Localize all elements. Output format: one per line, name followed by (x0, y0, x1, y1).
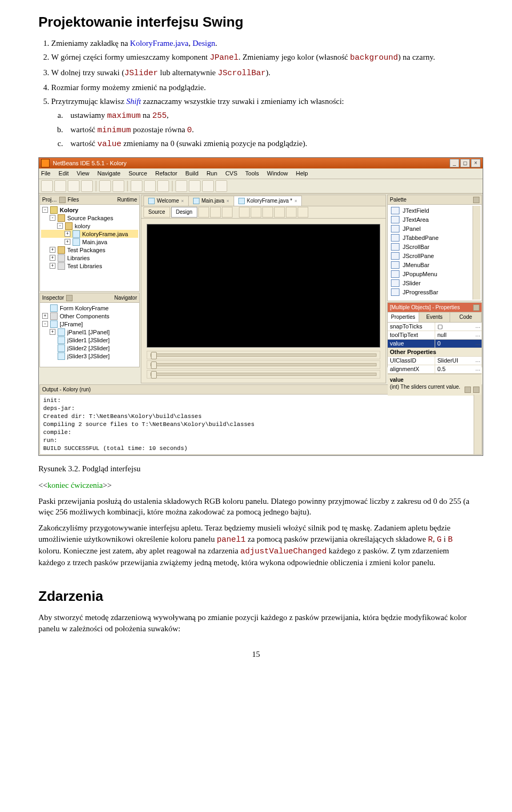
tree-node[interactable]: -kolory (41, 222, 138, 230)
align-icon[interactable] (274, 207, 285, 218)
scrollbar[interactable] (473, 206, 481, 300)
tree-node[interactable]: Form KoloryFrame (41, 304, 138, 312)
property-row[interactable]: UIClassIDSliderUI (388, 357, 482, 365)
twisty-icon[interactable]: + (42, 313, 48, 319)
menu-tools[interactable]: Tools (245, 170, 259, 176)
property-value[interactable]: 0.5 (435, 365, 482, 373)
design-button[interactable]: Design (171, 207, 197, 218)
palette-list[interactable]: JTextFieldJTextAreaJPanelJTabbedPaneJScr… (388, 205, 482, 301)
property-row[interactable]: Other Properties (388, 348, 482, 357)
palette-item[interactable]: JSlider (389, 278, 473, 287)
design-tool-icon[interactable] (222, 207, 233, 218)
align-icon[interactable] (298, 207, 308, 218)
tab-files[interactable]: Files (68, 196, 79, 204)
menu-edit[interactable]: Edit (59, 170, 69, 176)
editor-tab-main[interactable]: Main.java× (188, 196, 234, 206)
toolbar-button[interactable] (175, 180, 187, 192)
toolbar-button[interactable] (41, 180, 53, 192)
tab-projects[interactable]: Proj… (42, 196, 57, 204)
align-icon[interactable] (239, 207, 250, 218)
twisty-icon[interactable]: - (50, 215, 55, 221)
property-value[interactable]: 0 (435, 340, 482, 348)
slider-2[interactable] (147, 360, 380, 369)
twisty-icon[interactable]: + (50, 247, 55, 253)
palette-item[interactable]: JScrollPane (389, 251, 473, 260)
tree-node[interactable]: +Libraries (41, 254, 138, 262)
align-icon[interactable] (251, 207, 261, 218)
form-canvas-panel[interactable] (147, 224, 380, 348)
tree-node[interactable]: +jPanel1 [JPanel] (41, 328, 138, 336)
property-value[interactable]: null (435, 331, 482, 339)
tab-navigator[interactable]: Navigator (114, 294, 137, 302)
code-tab[interactable]: Code (450, 312, 482, 322)
pin-icon[interactable] (473, 197, 479, 203)
property-value[interactable]: ▢ (435, 323, 482, 331)
toolbar-button[interactable] (157, 180, 169, 192)
close-icon[interactable]: × (181, 198, 184, 204)
close-icon[interactable]: × (227, 198, 229, 204)
toolbar-button[interactable] (144, 180, 156, 192)
toolbar-button[interactable] (113, 180, 124, 192)
property-row[interactable]: toolTipTextnull (388, 331, 482, 340)
menu-source[interactable]: Source (129, 170, 147, 176)
menu-view[interactable]: View (77, 170, 90, 176)
menu-cvs[interactable]: CVS (225, 170, 237, 176)
close-button[interactable]: × (471, 159, 481, 167)
maximize-button[interactable]: ◻ (460, 159, 470, 167)
align-icon[interactable] (262, 207, 273, 218)
project-root[interactable]: Kolory (60, 206, 78, 214)
toolbar-button[interactable] (68, 180, 79, 192)
editor-tab-koloryframe[interactable]: KoloryFrame.java *× (234, 196, 302, 206)
twisty-icon[interactable]: + (65, 231, 70, 237)
palette-item[interactable]: JMenuBar (389, 260, 473, 269)
inspector-tree[interactable]: Form KoloryFrame+Other Components-[JFram… (40, 303, 139, 367)
tab-inspector[interactable]: Inspector (42, 294, 64, 302)
twisty-icon[interactable]: + (65, 239, 70, 245)
toolbar-button[interactable] (131, 180, 142, 192)
tree-node[interactable]: +KoloryFrame.java (41, 230, 138, 238)
property-row[interactable]: value0 (388, 340, 482, 348)
editor-tab-welcome[interactable]: Welcome× (143, 196, 189, 206)
palette-item[interactable]: JPopupMenu (389, 269, 473, 278)
close-icon[interactable]: × (294, 198, 297, 204)
toolbar-button[interactable] (99, 180, 111, 192)
tree-node[interactable]: jSlider2 [JSlider] (41, 344, 138, 352)
menu-window[interactable]: Window (267, 170, 288, 176)
property-value[interactable]: SliderUI (435, 357, 482, 365)
scrollbar[interactable] (474, 395, 482, 454)
palette-item[interactable]: JScrollBar (389, 242, 473, 251)
events-tab[interactable]: Events (419, 312, 451, 322)
twisty-icon[interactable]: + (50, 263, 55, 269)
tree-node[interactable]: +Test Packages (41, 246, 138, 254)
toolbar-button[interactable] (215, 180, 227, 192)
align-icon[interactable] (286, 207, 297, 218)
property-row[interactable]: snapToTicks▢ (388, 323, 482, 331)
palette-item[interactable]: JPanel (389, 224, 473, 233)
tab-runtime[interactable]: Runtime (117, 196, 137, 204)
tree-node[interactable]: +Test Libraries (41, 262, 138, 270)
twisty-icon[interactable]: + (50, 255, 55, 261)
toolbar-button[interactable] (189, 180, 201, 192)
tree-node[interactable]: jSlider1 [JSlider] (41, 336, 138, 344)
projects-tree[interactable]: -Kolory -Source Packages-kolory+KoloryFr… (40, 205, 139, 291)
tree-node[interactable]: jSlider3 [JSlider] (41, 352, 138, 360)
menu-file[interactable]: File (41, 170, 51, 176)
menu-run[interactable]: Run (206, 170, 217, 176)
minimize-icon[interactable] (465, 387, 471, 393)
menu-refactor[interactable]: Refactor (155, 170, 178, 176)
tree-node[interactable]: +Main.java (41, 238, 138, 246)
twisty-icon[interactable]: - (42, 321, 48, 327)
properties-tab[interactable]: Properties (388, 312, 419, 322)
design-tool-icon[interactable] (198, 207, 209, 218)
minimize-button[interactable]: _ (450, 159, 459, 167)
toolbar-button[interactable] (202, 180, 214, 192)
twisty-icon[interactable]: + (50, 329, 55, 335)
palette-item[interactable]: JTextArea (389, 215, 473, 224)
tree-node[interactable]: -Source Packages (41, 214, 138, 222)
tab-nav-icon[interactable] (59, 197, 66, 203)
menu-navigate[interactable]: Navigate (98, 170, 121, 176)
palette-item[interactable]: JTextField (389, 206, 473, 215)
palette-item[interactable]: JProgressBar (389, 287, 473, 296)
design-tool-icon[interactable] (210, 207, 221, 218)
slider-1[interactable] (147, 351, 380, 359)
